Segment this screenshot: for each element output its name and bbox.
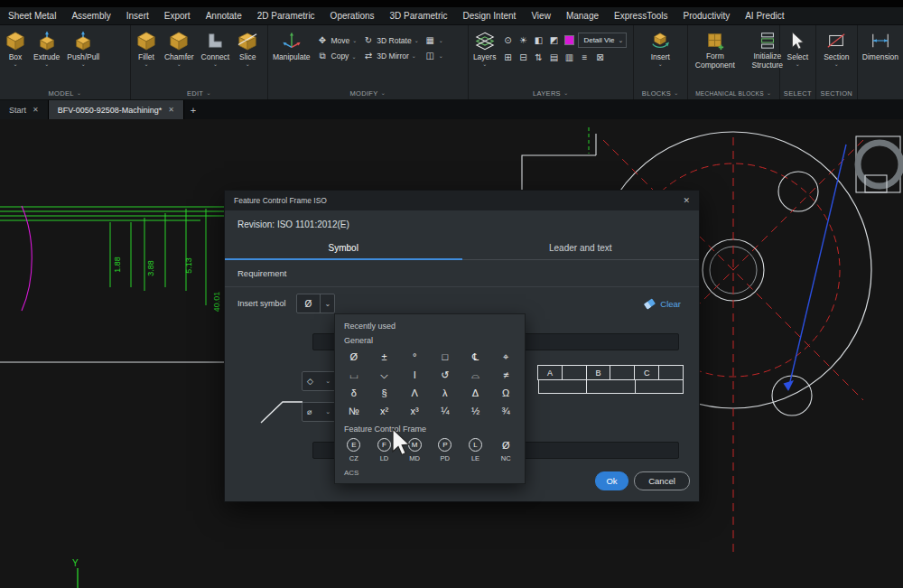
fillet-button[interactable]: Fillet ⌄ [133,28,160,69]
symbol-option[interactable]: ¾ [490,402,521,420]
menu-item[interactable]: Manage [566,11,599,21]
tab-leader-and-text[interactable]: Leader and text [462,237,700,260]
symbol-option[interactable]: ℄ [461,348,491,366]
group-label-select[interactable]: SELECT [780,87,815,99]
datum-empty-cell[interactable] [635,379,684,394]
layer-tool-button[interactable]: ⊞ [500,51,515,64]
symbol-option[interactable]: ⌴ [339,366,369,384]
slice-button[interactable]: Slice ⌄ [234,28,261,69]
menu-item[interactable]: Annotate [206,11,242,21]
symbol-option[interactable]: ¼ [430,402,461,420]
datum-letter-cell[interactable]: A [537,365,563,380]
layer-tool-button[interactable]: ▥ [562,51,576,64]
dimension-lines[interactable] [0,207,224,305]
symbol-option[interactable]: § [369,384,400,402]
insert-button[interactable]: Insert ⌄ [647,28,674,69]
symbol-option[interactable]: ⌓ [461,366,491,384]
datum-letter-cell[interactable]: C [634,365,659,380]
symbol-option[interactable]: ± [369,348,400,366]
menu-item[interactable]: Productivity [683,11,730,21]
datum-modifier-cell[interactable] [658,365,684,380]
group-label-mechanical-blocks[interactable]: MECHANICAL BLOCKS⌄ [688,87,779,99]
insert-symbol-select[interactable]: Ø ⌄ [296,294,336,313]
chevron-down-icon[interactable]: ⌄ [320,294,334,313]
group-label-blocks[interactable]: BLOCKS⌄ [634,87,687,99]
layers-button[interactable]: Layers ⌄ [470,28,499,69]
fcf-symbol-option[interactable]: P PD [430,438,461,462]
section-button[interactable]: Section ⌄ [821,28,852,69]
symbol-option[interactable]: ≠ [490,366,521,384]
datum-symbol-select[interactable]: ⌀ ⌄ [302,402,336,422]
layer-freeze-button[interactable]: ☀ [516,33,530,47]
layer-on-button[interactable]: ⊙ [500,33,515,47]
menu-item[interactable]: Design Intent [462,11,516,21]
layer-lock-button[interactable]: ◧ [531,33,545,47]
group-label-layers[interactable]: LAYERS⌄ [469,87,633,99]
menu-item[interactable]: AI Predict [745,11,784,21]
group-label-edit[interactable]: EDIT⌄ [131,87,267,99]
chevron-down-icon[interactable]: ⌄ [439,37,443,43]
fcf-symbol-option[interactable]: L LE [461,438,491,462]
chevron-down-icon[interactable]: ⌄ [325,408,330,415]
fcf-symbol-option[interactable]: Ø NC [490,438,521,462]
symbol-option[interactable]: ⌵ [369,366,400,384]
symbol-option[interactable]: ↺ [430,366,461,384]
connect-button[interactable]: Connect ⌄ [199,28,233,69]
group-label-modify[interactable]: MODIFY⌄ [268,87,468,99]
symbol-option[interactable]: Ø [339,348,369,366]
chevron-down-icon[interactable]: ⌄ [439,52,443,59]
chamfer-button[interactable]: Chamfer ⌄ [162,28,197,69]
chevron-down-icon[interactable]: ⌄ [81,62,86,67]
clear-button[interactable]: Clear [639,298,686,310]
left-profile-arc[interactable] [22,206,32,311]
copy-button[interactable]: ⧉ Copy ⌄ [315,50,359,62]
symbol-option[interactable]: I [399,366,430,384]
manipulate-button[interactable]: Manipulate [270,28,313,63]
offset-button[interactable]: ◫ ⌄ [423,50,445,61]
datum-modifier-cell[interactable] [562,365,587,380]
detail-view-bubble[interactable] [856,136,901,192]
chevron-down-icon[interactable]: ⌄ [796,62,800,67]
layer-tool-button[interactable]: ⊟ [516,51,530,64]
fcf-symbol-option[interactable]: F LD [369,438,400,462]
chevron-down-icon[interactable]: ⌄ [352,37,357,43]
rotate-3d-button[interactable]: ↻ 3D Rotate ⌄ [360,34,420,46]
datum-empty-cell[interactable] [586,379,635,394]
symbol-option[interactable]: ° [399,348,430,366]
chevron-down-icon[interactable]: ⌄ [213,62,218,67]
group-label-model[interactable]: MODEL⌄ [0,87,130,99]
current-layer-select[interactable]: Detail Vie ⌄ [578,33,627,48]
menu-item[interactable]: Operations [330,11,375,21]
symbol-option[interactable]: λ [430,384,461,402]
dimension-button[interactable]: Dimension [860,28,901,63]
datum-empty-cell[interactable] [538,379,587,394]
chevron-down-icon[interactable]: ⌄ [325,378,330,385]
menu-item[interactable]: Insert [126,11,149,21]
mirror-3d-button[interactable]: ⇄ 3D Mirror ⌄ [360,50,420,61]
symbol-option[interactable]: Δ [461,384,491,402]
datum-letter-cell[interactable]: B [586,365,611,380]
move-button[interactable]: ✥ Move ⌄ [315,34,359,46]
layer-color-swatch[interactable] [564,35,574,45]
layer-tool-button[interactable]: ⇅ [531,51,545,64]
menu-item[interactable]: 2D Parametric [257,11,315,21]
datum-modifier-cell[interactable] [610,365,635,380]
ok-button[interactable]: Ok [595,471,628,490]
menu-item[interactable]: Export [164,11,191,21]
chevron-down-icon[interactable]: ⌄ [177,62,182,67]
group-label-section[interactable]: SECTION [816,87,857,99]
chevron-down-icon[interactable]: ⌄ [13,62,17,67]
tab-start[interactable]: Start ✕ [0,100,49,119]
chevron-down-icon[interactable]: ⌄ [834,62,839,67]
symbol-option[interactable]: Ω [490,384,521,402]
tab-drawing[interactable]: BFV-0050-92508-Machining* ✕ [49,100,184,119]
symbol-option[interactable]: ⌖ [490,348,521,366]
symbol-option[interactable]: x² [369,402,400,420]
chevron-down-icon[interactable]: ⌄ [144,62,148,67]
chevron-down-icon[interactable]: ⌄ [246,62,250,67]
symbol-option[interactable]: □ [430,348,461,366]
chevron-down-icon[interactable]: ⌄ [351,53,356,60]
chevron-down-icon[interactable]: ⌄ [482,62,487,67]
symbol-option[interactable]: x³ [399,402,430,420]
layer-tool-button[interactable]: ▤ [546,51,561,64]
